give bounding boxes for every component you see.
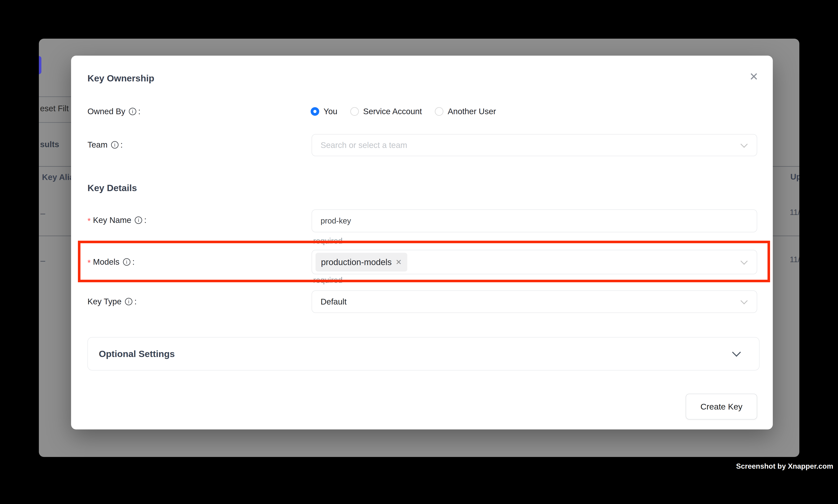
team-select[interactable]: Search or select a team <box>311 134 757 156</box>
key-details-section-title: Key Details <box>88 182 137 193</box>
chevron-down-icon <box>741 297 748 304</box>
radio-another-user[interactable]: Another User <box>435 107 496 116</box>
key-name-label: *Key Namei: <box>88 214 146 227</box>
table-row-updated-cell: 11/ <box>790 255 799 264</box>
screenshot-canvas: eset Filt sults Key Alia Up – 11/ – 11/ … <box>0 0 838 504</box>
info-icon: i <box>111 141 119 148</box>
radio-circle <box>435 107 443 116</box>
column-header-key-alias-partial: Key Alia <box>42 173 74 182</box>
info-icon: i <box>129 108 136 115</box>
required-asterisk: * <box>88 216 91 226</box>
team-label: Teami: <box>88 139 123 151</box>
create-key-modal: ✕ Key Ownership Owned Byi: You Service A… <box>71 56 773 429</box>
table-row-alias-cell: – <box>40 256 45 266</box>
radio-circle <box>350 107 359 116</box>
column-header-updated-partial: Up <box>790 172 799 182</box>
results-count-partial: sults <box>40 140 59 149</box>
radio-service-account[interactable]: Service Account <box>350 107 422 116</box>
owned-by-label: Owned Byi: <box>88 105 140 118</box>
info-icon: i <box>125 298 132 305</box>
key-name-required-hint: required <box>313 236 342 246</box>
models-multiselect[interactable]: production-models ✕ <box>311 250 757 274</box>
table-row-updated-cell: 11/ <box>790 208 799 217</box>
tag-remove-icon[interactable]: ✕ <box>396 258 402 267</box>
table-row-alias-cell: – <box>40 209 45 218</box>
background-accent-button-fragment <box>39 56 41 74</box>
team-select-placeholder: Search or select a team <box>312 141 407 150</box>
key-name-value: prod-key <box>312 216 351 225</box>
selected-model-tag: production-models ✕ <box>316 253 407 271</box>
toolbar-divider-bottom <box>39 122 71 123</box>
radio-circle <box>310 107 319 116</box>
optional-settings-label: Optional Settings <box>99 348 175 359</box>
create-key-button[interactable]: Create Key <box>686 394 757 419</box>
key-name-input[interactable]: prod-key <box>311 210 757 232</box>
chevron-down-icon <box>741 141 748 148</box>
reset-filters-button-partial: eset Filt <box>40 104 69 113</box>
key-type-select[interactable]: Default <box>311 290 757 313</box>
key-ownership-section-title: Key Ownership <box>88 73 154 84</box>
key-type-label: Key Typei: <box>88 295 137 308</box>
optional-settings-toggle[interactable]: Optional Settings <box>88 337 760 371</box>
chevron-down-icon <box>732 348 741 357</box>
watermark-text: Screenshot by Xnapper.com <box>736 462 801 470</box>
chevron-down-icon <box>741 257 748 265</box>
models-required-hint: required <box>313 276 342 285</box>
info-icon: i <box>123 258 130 266</box>
info-icon: i <box>135 216 142 224</box>
required-asterisk: * <box>88 258 91 267</box>
toolbar-divider-top <box>39 96 71 97</box>
radio-you[interactable]: You <box>310 107 337 116</box>
models-label: *Modelsi: <box>88 256 135 268</box>
owned-by-radio-group: You Service Account Another User <box>310 105 496 118</box>
selected-model-tag-label: production-models <box>321 257 392 267</box>
close-icon[interactable]: ✕ <box>745 68 763 85</box>
key-type-value: Default <box>312 297 346 306</box>
